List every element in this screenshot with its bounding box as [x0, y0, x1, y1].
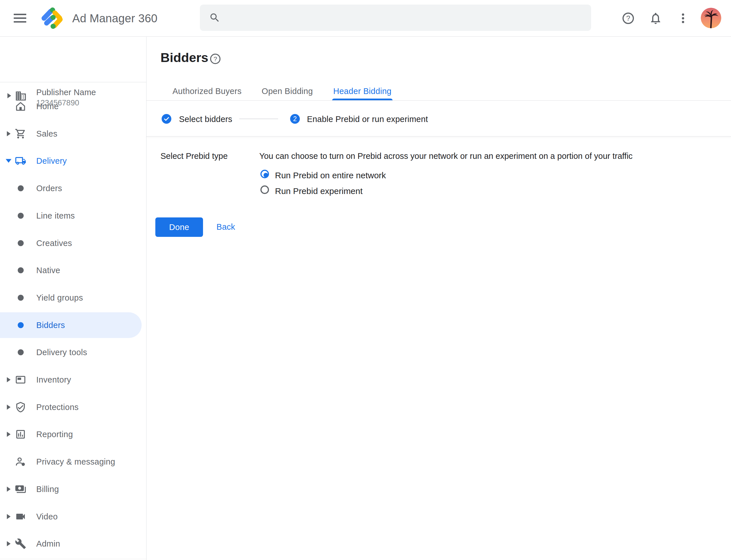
- hamburger-menu-icon[interactable]: [13, 11, 27, 26]
- tab-authorized-buyers[interactable]: Authorized Buyers: [173, 87, 242, 96]
- bullet-icon: [18, 295, 24, 301]
- person-badge-icon: [15, 456, 26, 467]
- app-title: Ad Manager 360: [72, 12, 158, 25]
- chevron-right-icon: [7, 405, 11, 410]
- sidebar-item-privacy-messaging[interactable]: Privacy & messaging: [0, 448, 146, 475]
- tabs-divider: [147, 100, 731, 101]
- sidebar-item-creatives[interactable]: Creatives: [0, 229, 146, 257]
- publisher-divider: [0, 82, 146, 82]
- account-avatar[interactable]: [701, 8, 721, 28]
- chevron-down-icon: [6, 159, 11, 163]
- top-app-bar: Ad Manager 360 ?: [0, 0, 731, 37]
- bullet-icon: [18, 185, 24, 191]
- sidebar-item-line-items[interactable]: Line items: [0, 202, 146, 229]
- global-search-bar: [200, 5, 591, 31]
- svg-text:?: ?: [626, 14, 630, 22]
- sidebar-item-home[interactable]: Home: [0, 93, 146, 120]
- select-prebid-type-label: Select Prebid type: [161, 151, 228, 161]
- ad-manager-logo-icon: [41, 7, 63, 29]
- page-title: Bidders: [161, 50, 209, 65]
- step-1-label[interactable]: Select bidders: [179, 115, 233, 124]
- inventory-icon: [15, 374, 26, 385]
- done-button[interactable]: Done: [155, 217, 203, 237]
- tab-open-bidding[interactable]: Open Bidding: [262, 87, 313, 96]
- search-input[interactable]: [227, 9, 582, 26]
- chevron-right-icon: [7, 514, 11, 519]
- radio-selected-icon: [261, 170, 269, 178]
- step-connector: [239, 119, 278, 119]
- sidebar-item-admin[interactable]: Admin: [0, 530, 146, 557]
- sidebar-item-video[interactable]: Video: [0, 503, 146, 530]
- sidebar-item-native[interactable]: Native: [0, 257, 146, 284]
- videocam-icon: [15, 511, 26, 522]
- sidebar-item-sales[interactable]: Sales: [0, 120, 146, 147]
- bar-chart-icon: [15, 429, 26, 440]
- sidebar-item-bidders[interactable]: Bidders: [0, 311, 146, 339]
- sidebar-item-orders[interactable]: Orders: [0, 175, 146, 202]
- sidebar-item-delivery-tools[interactable]: Delivery tools: [0, 339, 146, 366]
- truck-icon: [15, 155, 26, 167]
- step-1-complete-icon[interactable]: [162, 114, 171, 124]
- notifications-bell-icon[interactable]: [648, 10, 664, 26]
- check-icon: [163, 116, 170, 122]
- sidebar-item-inventory[interactable]: Inventory: [0, 366, 146, 393]
- publisher-switcher[interactable]: Publisher Name 1234567890: [0, 37, 146, 82]
- svg-text:?: ?: [214, 55, 217, 63]
- page-title-help-icon[interactable]: ?: [209, 53, 221, 65]
- home-icon: [15, 101, 26, 112]
- radio-unselected-icon: [261, 185, 269, 194]
- sidebar-item-protections[interactable]: Protections: [0, 393, 146, 421]
- bullet-icon: [18, 267, 24, 273]
- bullet-icon: [18, 349, 24, 355]
- step-2-number-icon: 2: [290, 114, 300, 124]
- stepper-divider: [147, 136, 731, 137]
- bullet-icon: [18, 240, 24, 246]
- palm-tree-avatar-image: [701, 8, 721, 28]
- banknote-icon: [15, 483, 26, 495]
- bullet-icon: [18, 322, 24, 328]
- help-icon[interactable]: ?: [620, 10, 636, 26]
- prebid-type-description: You can choose to turn on Prebid across …: [259, 151, 632, 161]
- step-2-label: Enable Prebid or run experiment: [307, 115, 428, 124]
- sidebar-item-reporting[interactable]: Reporting: [0, 421, 146, 448]
- shield-check-icon: [15, 401, 26, 413]
- chevron-right-icon: [7, 432, 11, 437]
- cart-icon: [15, 128, 26, 139]
- wrench-icon: [15, 538, 26, 549]
- sidebar-item-delivery[interactable]: Delivery: [0, 147, 146, 175]
- chevron-right-icon: [7, 377, 11, 382]
- bullet-icon: [18, 213, 24, 219]
- sidebar-item-yield-groups[interactable]: Yield groups: [0, 284, 146, 311]
- back-button[interactable]: Back: [217, 222, 235, 232]
- sidebar-divider: [146, 37, 147, 560]
- ad-manager-app: Ad Manager 360 ?: [0, 0, 731, 560]
- chevron-right-icon: [7, 541, 11, 546]
- search-icon: [209, 12, 221, 23]
- chevron-right-icon: [7, 131, 11, 136]
- more-options-kebab-icon[interactable]: [675, 10, 691, 26]
- sidebar-item-billing[interactable]: Billing: [0, 475, 146, 503]
- tab-header-bidding[interactable]: Header Bidding: [333, 87, 391, 96]
- chevron-right-icon: [7, 487, 11, 492]
